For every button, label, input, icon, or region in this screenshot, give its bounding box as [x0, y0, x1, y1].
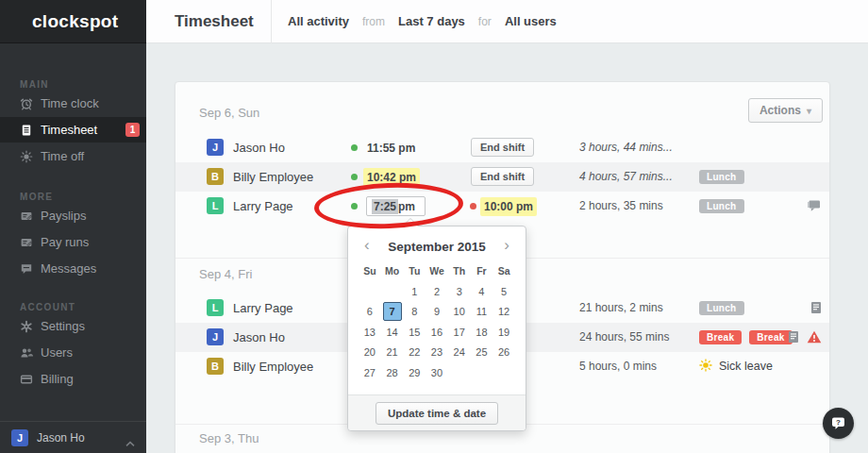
calendar-day-22[interactable]: 22 — [403, 343, 426, 363]
sidebar-item-time-off[interactable]: Time off — [0, 143, 146, 169]
sidebar-item-billing[interactable]: Billing — [0, 366, 146, 392]
calendar-day-3[interactable]: 3 — [448, 281, 471, 302]
avatar: J — [207, 139, 224, 156]
calendar-day-21[interactable]: 21 — [381, 343, 404, 363]
help-button[interactable]: ? — [823, 408, 854, 439]
sidebar-item-label: Messages — [41, 261, 96, 276]
calendar-day-empty — [381, 281, 404, 302]
calendar-day-6[interactable]: 6 — [359, 302, 381, 323]
note-icon[interactable] — [788, 330, 799, 347]
employee-name: Larry Page — [233, 192, 293, 221]
sidebar-item-users[interactable]: Users — [0, 340, 146, 365]
time-suffix: pm — [398, 200, 415, 213]
calendar-day-16[interactable]: 16 — [426, 322, 448, 343]
calendar-day-20[interactable]: 20 — [359, 343, 381, 363]
table-row[interactable]: L Larry Page 7:25 pm 10:00 pm 2 hours, 3… — [175, 192, 829, 221]
sidebar-user-name: Jason Ho — [37, 431, 85, 445]
clock-in-time-input[interactable]: 7:25 pm — [366, 196, 426, 216]
calendar-day-5[interactable]: 5 — [492, 281, 515, 302]
calendar-next-button[interactable]: › — [504, 236, 509, 255]
sidebar-item-time-clock[interactable]: Time clock — [0, 91, 146, 116]
calendar-day-15[interactable]: 15 — [403, 322, 426, 343]
calendar-day-10[interactable]: 10 — [448, 302, 471, 323]
calendar-grid: 1234567891011121314151617181920212223242… — [359, 281, 515, 383]
calendar-weekdays: SuMoTuWeThFrSa — [359, 265, 515, 279]
section-date-sep6: Sep 6, Sun — [199, 106, 259, 120]
calendar-day-8[interactable]: 8 — [403, 302, 426, 323]
calendar-day-19[interactable]: 19 — [492, 322, 515, 343]
sidebar-item-payslips[interactable]: Payslips — [0, 203, 146, 228]
users-icon — [19, 345, 33, 360]
employee-name: Billy Employee — [233, 352, 313, 381]
calendar-day-4[interactable]: 4 — [471, 281, 493, 302]
calendar-day-18[interactable]: 18 — [471, 322, 493, 343]
end-shift-button[interactable]: End shift — [471, 167, 534, 186]
clock-in-status-dot — [351, 174, 358, 180]
calendar-day-25[interactable]: 25 — [471, 343, 493, 363]
calendar-day-29[interactable]: 29 — [403, 362, 426, 383]
calendar-day-12[interactable]: 12 — [492, 302, 515, 323]
sidebar-item-pay-runs[interactable]: Pay runs — [0, 229, 146, 255]
calendar-weekday: Fr — [471, 265, 493, 279]
sidebar-item-label: Time off — [41, 149, 84, 163]
calendar-weekday: We — [426, 265, 448, 279]
help-bubble-icon: ? — [830, 415, 846, 431]
actions-button[interactable]: Actions ▾ — [748, 98, 823, 123]
calendar-day-1[interactable]: 1 — [403, 281, 426, 302]
calendar-day-2[interactable]: 2 — [426, 281, 448, 302]
calendar-day-30[interactable]: 30 — [426, 362, 448, 383]
sidebar-item-timesheet[interactable]: Timesheet 1 — [0, 117, 146, 143]
calendar-day-23[interactable]: 23 — [426, 343, 448, 363]
calendar-day-9[interactable]: 9 — [426, 302, 448, 323]
calendar-day-27[interactable]: 27 — [359, 362, 381, 383]
avatar: L — [207, 299, 224, 316]
nav-group-label-main: MAIN — [0, 79, 146, 90]
table-row[interactable]: J Jason Ho 11:55 pm End shift 3 hours, 4… — [175, 133, 829, 162]
topbar: Timesheet All activity from Last 7 days … — [146, 0, 868, 43]
calendar-day-11[interactable]: 11 — [471, 302, 493, 323]
calendar-day-28[interactable]: 28 — [381, 362, 404, 383]
end-shift-button[interactable]: End shift — [471, 138, 534, 157]
sidebar-user-menu[interactable]: J Jason Ho — [0, 421, 146, 453]
chat-bubble-icon — [19, 261, 33, 276]
warning-icon[interactable] — [807, 330, 822, 347]
duration: 2 hours, 35 mins — [579, 192, 663, 221]
calendar-day-13[interactable]: 13 — [359, 322, 381, 343]
filter-activity[interactable]: All activity — [288, 14, 349, 28]
calendar-day-24[interactable]: 24 — [448, 343, 471, 363]
clock-out-time[interactable]: 10:00 pm — [480, 197, 537, 216]
comment-icon[interactable] — [807, 199, 822, 216]
clock-in-time[interactable]: 10:42 pm — [363, 168, 420, 187]
update-time-date-button[interactable]: Update time & date — [376, 402, 498, 425]
filter-date-range[interactable]: Last 7 days — [398, 14, 465, 28]
clock-in-time[interactable]: 11:55 pm — [363, 139, 419, 158]
calendar-day-14[interactable]: 14 — [381, 322, 404, 343]
topbar-divider — [271, 0, 272, 43]
calendar-day-17[interactable]: 17 — [448, 322, 471, 343]
calendar-prev-button[interactable]: ‹ — [364, 236, 370, 255]
gear-icon — [19, 319, 33, 333]
calendar-month-title: September 2015 — [388, 240, 486, 254]
calendar-weekday: Sa — [492, 265, 515, 279]
selected-time-text: 7:25 — [372, 199, 398, 214]
lunch-badge: Lunch — [699, 199, 744, 213]
svg-text:?: ? — [836, 418, 841, 427]
note-icon[interactable] — [810, 301, 822, 318]
filter-bar: All activity from Last 7 days for All us… — [288, 14, 557, 28]
avatar: J — [11, 429, 28, 446]
sidebar-item-messages[interactable]: Messages — [0, 256, 146, 281]
lunch-badge: Lunch — [699, 170, 744, 184]
sidebar-item-label: Timesheet — [41, 123, 97, 137]
calendar-day-7[interactable]: 7 — [383, 302, 402, 321]
table-row[interactable]: B Billy Employee 10:42 pm End shift 4 ho… — [175, 162, 829, 192]
calendar-weekday: Mo — [381, 265, 404, 279]
sidebar: clockspot MAIN Time clock Timesheet 1 Ti… — [0, 0, 146, 453]
break-badge: Break — [699, 330, 742, 344]
calendar-day-26[interactable]: 26 — [492, 343, 515, 363]
sidebar-item-label: Payslips — [41, 209, 86, 223]
avatar: J — [207, 328, 224, 345]
sidebar-item-settings[interactable]: Settings — [0, 313, 146, 339]
avatar: L — [207, 197, 224, 214]
filter-users[interactable]: All users — [505, 14, 557, 28]
clock-in-status-dot — [351, 203, 358, 210]
